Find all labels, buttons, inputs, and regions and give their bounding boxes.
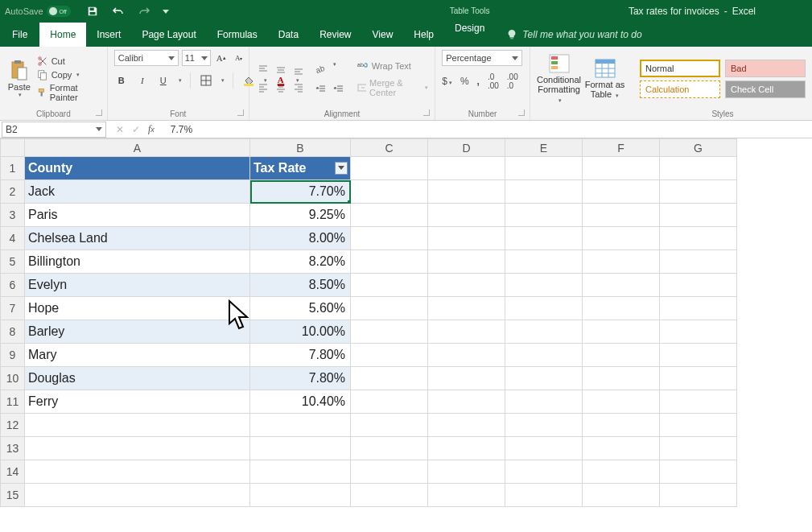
cell[interactable] [583, 227, 660, 250]
cell[interactable] [660, 274, 737, 297]
increase-indent-icon[interactable] [332, 82, 346, 97]
column-header[interactable]: C [351, 139, 428, 157]
cell[interactable]: 5.60% [250, 297, 351, 320]
row-header[interactable]: 5 [1, 250, 25, 274]
cell[interactable] [25, 484, 250, 507]
cell[interactable] [583, 250, 660, 274]
cell[interactable] [583, 367, 660, 390]
row-header[interactable]: 8 [1, 320, 25, 344]
row-header[interactable]: 9 [1, 344, 25, 367]
style-check-cell[interactable]: Check Cell [725, 80, 806, 98]
paste-button[interactable]: Paste ▾ [6, 52, 32, 105]
comma-format-button[interactable]: , [477, 76, 480, 87]
cell[interactable] [428, 484, 505, 507]
format-as-table-button[interactable]: Format as Table ▾ [583, 52, 627, 105]
tab-formulas[interactable]: Formulas [207, 23, 268, 47]
column-header[interactable]: D [428, 139, 505, 157]
cell[interactable]: Evelyn [25, 274, 250, 297]
cell[interactable]: 9.25% [250, 204, 351, 227]
row-header[interactable]: 3 [1, 204, 25, 227]
cell[interactable] [351, 320, 428, 344]
row-header[interactable]: 13 [1, 437, 25, 460]
worksheet-grid[interactable]: A B C D E F G 1CountyTax Rate2Jack7.70%3… [0, 138, 812, 507]
row-header[interactable]: 7 [1, 297, 25, 320]
cell[interactable] [583, 414, 660, 437]
row-header[interactable]: 11 [1, 390, 25, 414]
row-header[interactable]: 12 [1, 414, 25, 437]
align-top-icon[interactable] [256, 63, 270, 77]
cell[interactable]: Mary [25, 344, 250, 367]
formula-cancel-icon[interactable]: ✕ [116, 124, 124, 135]
tab-insert[interactable]: Insert [86, 23, 131, 47]
cell[interactable] [351, 460, 428, 484]
cell[interactable]: 10.00% [250, 320, 351, 344]
bold-button[interactable]: B [114, 73, 129, 88]
name-box[interactable]: B2 [2, 122, 106, 138]
cell[interactable] [505, 390, 583, 414]
style-bad[interactable]: Bad [725, 60, 806, 77]
cell[interactable]: Hope [25, 297, 250, 320]
align-center-icon[interactable] [274, 80, 288, 95]
cell[interactable]: Chelsea Land [25, 227, 250, 250]
row-header[interactable]: 2 [1, 180, 25, 204]
cell[interactable] [428, 297, 505, 320]
cell[interactable] [250, 484, 351, 507]
cell[interactable]: 8.50% [250, 274, 351, 297]
cell[interactable]: Ferry [25, 390, 250, 414]
cell[interactable] [660, 227, 737, 250]
redo-icon[interactable] [137, 4, 151, 19]
cell[interactable]: 7.80% [250, 367, 351, 390]
select-all-corner[interactable] [1, 139, 25, 157]
cell[interactable]: 7.80% [250, 344, 351, 367]
cell[interactable] [428, 180, 505, 204]
cell[interactable] [505, 414, 583, 437]
format-painter-button[interactable]: Format Painter [37, 83, 101, 102]
filter-dropdown-icon[interactable] [335, 162, 348, 175]
cell[interactable] [250, 437, 351, 460]
cell[interactable] [351, 297, 428, 320]
cell[interactable] [428, 227, 505, 250]
cell[interactable] [660, 180, 737, 204]
insert-function-icon[interactable]: fx [148, 123, 155, 135]
cell[interactable] [351, 180, 428, 204]
font-launcher-icon[interactable] [237, 109, 244, 116]
align-bottom-icon[interactable] [291, 63, 306, 77]
tab-home[interactable]: Home [39, 23, 86, 47]
row-header[interactable]: 15 [1, 484, 25, 507]
autosave-toggle[interactable]: AutoSave Off [5, 6, 71, 17]
cell[interactable] [505, 344, 583, 367]
row-header[interactable]: 6 [1, 274, 25, 297]
accounting-format-button[interactable]: $▾ [442, 76, 452, 87]
cell[interactable] [25, 414, 250, 437]
number-launcher-icon[interactable] [518, 109, 525, 116]
cell[interactable] [428, 320, 505, 344]
align-middle-icon[interactable] [274, 63, 288, 77]
cell[interactable] [428, 274, 505, 297]
cell[interactable] [505, 437, 583, 460]
cell[interactable] [583, 180, 660, 204]
save-icon[interactable] [85, 4, 100, 19]
cell[interactable] [660, 297, 737, 320]
column-header[interactable]: G [660, 139, 737, 157]
conditional-formatting-button[interactable]: Conditional Formatting ▾ [537, 52, 581, 105]
row-header[interactable]: 1 [1, 157, 25, 180]
cell[interactable] [505, 460, 583, 484]
tab-design[interactable]: Design [444, 23, 495, 34]
tab-file[interactable]: File [0, 23, 39, 47]
tab-review[interactable]: Review [309, 23, 361, 47]
cell[interactable] [583, 460, 660, 484]
cell[interactable]: Billington [25, 250, 250, 274]
font-name-select[interactable]: Calibri [114, 50, 179, 66]
cell[interactable] [428, 157, 505, 180]
column-header[interactable]: A [25, 139, 250, 157]
cell[interactable] [505, 250, 583, 274]
cell[interactable] [505, 320, 583, 344]
undo-icon[interactable] [111, 4, 126, 19]
align-left-icon[interactable] [256, 80, 270, 95]
row-header[interactable]: 4 [1, 227, 25, 250]
cell[interactable] [505, 484, 583, 507]
increase-decimal-button[interactable]: .0.00 [488, 72, 499, 90]
cell[interactable]: 10.40% [250, 390, 351, 414]
style-normal[interactable]: Normal [640, 60, 720, 77]
tab-view[interactable]: View [362, 23, 404, 47]
